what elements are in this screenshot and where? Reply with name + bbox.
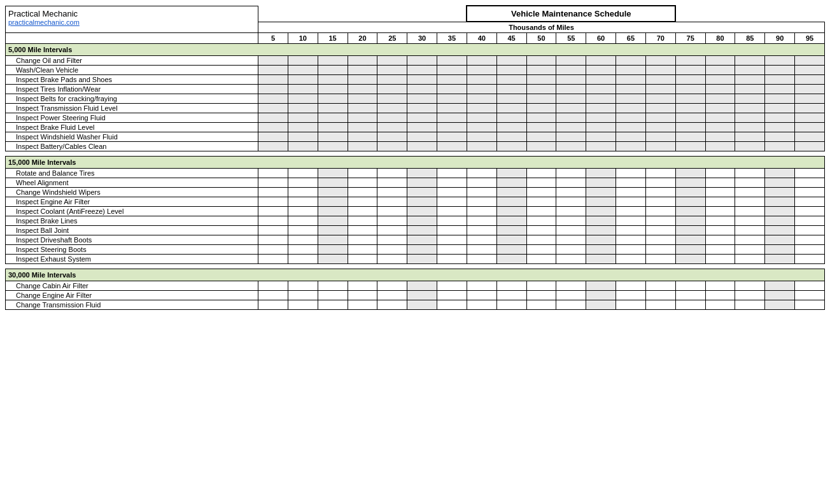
cell-5k-8-10 <box>288 132 318 142</box>
cell-15k-8-50 <box>526 245 556 255</box>
cell-15k-4-35 <box>437 207 467 216</box>
cell-5k-5-65 <box>616 104 646 113</box>
cell-5k-5-25 <box>377 104 407 113</box>
cell-5k-9-20 <box>348 142 377 151</box>
cell-5k-8-40 <box>467 132 496 142</box>
cell-15k-0-85 <box>735 169 765 178</box>
cell-5k-9-65 <box>616 142 646 151</box>
cell-5k-4-50 <box>526 94 556 104</box>
cell-15k-5-90 <box>765 216 795 226</box>
cell-15k-8-90 <box>765 245 795 255</box>
cell-15k-3-90 <box>765 197 795 207</box>
cell-5k-4-15 <box>318 94 348 104</box>
cell-15k-3-95 <box>795 197 825 207</box>
cell-5k-6-10 <box>288 113 318 123</box>
cell-15k-4-50 <box>526 207 556 216</box>
cell-15k-6-55 <box>556 226 586 235</box>
cell-30k-2-45 <box>496 300 526 310</box>
cell-15k-5-20 <box>348 216 377 226</box>
cell-5k-0-80 <box>705 56 735 66</box>
cell-30k-1-55 <box>556 291 586 300</box>
mile-header-80: 80 <box>705 33 735 44</box>
mile-header-90: 90 <box>765 33 795 44</box>
cell-15k-8-45 <box>496 245 526 255</box>
task-label-5k-3: Inspect Tires Inflation/Wear <box>6 85 258 94</box>
cell-5k-5-35 <box>437 104 467 113</box>
cell-15k-0-70 <box>645 169 675 178</box>
cell-30k-1-30 <box>407 291 437 300</box>
cell-30k-2-85 <box>735 300 765 310</box>
cell-30k-2-10 <box>288 300 318 310</box>
cell-5k-2-30 <box>407 75 437 85</box>
cell-30k-2-75 <box>675 300 705 310</box>
mile-header-60: 60 <box>586 33 616 44</box>
cell-5k-9-35 <box>437 142 467 151</box>
task-label-5k-8: Inspect Windshield Washer Fluid <box>6 132 258 142</box>
cell-5k-8-30 <box>407 132 437 142</box>
cell-15k-6-25 <box>377 226 407 235</box>
cell-15k-3-5 <box>258 197 288 207</box>
cell-15k-9-10 <box>288 255 318 264</box>
cell-5k-8-75 <box>675 132 705 142</box>
cell-5k-4-25 <box>377 94 407 104</box>
cell-5k-5-40 <box>467 104 496 113</box>
cell-30k-0-45 <box>496 281 526 291</box>
cell-15k-2-50 <box>526 188 556 197</box>
cell-5k-5-30 <box>407 104 437 113</box>
cell-15k-0-5 <box>258 169 288 178</box>
cell-5k-8-95 <box>795 132 825 142</box>
cell-30k-0-75 <box>675 281 705 291</box>
cell-5k-0-95 <box>795 56 825 66</box>
cell-30k-1-40 <box>467 291 496 300</box>
cell-15k-1-65 <box>616 178 646 188</box>
cell-5k-9-85 <box>735 142 765 151</box>
cell-15k-4-10 <box>288 207 318 216</box>
cell-15k-8-5 <box>258 245 288 255</box>
company-url[interactable]: practicalmechanic.com <box>8 18 255 26</box>
cell-5k-2-75 <box>675 75 705 85</box>
cell-15k-5-30 <box>407 216 437 226</box>
cell-15k-7-95 <box>795 235 825 245</box>
cell-5k-1-90 <box>765 66 795 75</box>
cell-5k-4-30 <box>407 94 437 104</box>
cell-15k-3-75 <box>675 197 705 207</box>
cell-5k-1-60 <box>586 66 616 75</box>
cell-15k-1-30 <box>407 178 437 188</box>
cell-5k-0-15 <box>318 56 348 66</box>
cell-5k-7-60 <box>586 123 616 132</box>
cell-5k-2-80 <box>705 75 735 85</box>
cell-5k-2-25 <box>377 75 407 85</box>
cell-5k-8-80 <box>705 132 735 142</box>
cell-15k-8-20 <box>348 245 377 255</box>
cell-15k-5-80 <box>705 216 735 226</box>
mile-header-5: 5 <box>258 33 288 44</box>
cell-5k-3-60 <box>586 85 616 94</box>
cell-15k-2-15 <box>318 188 348 197</box>
cell-15k-1-70 <box>645 178 675 188</box>
cell-5k-3-45 <box>496 85 526 94</box>
cell-15k-6-35 <box>437 226 467 235</box>
cell-15k-7-40 <box>467 235 496 245</box>
cell-15k-7-35 <box>437 235 467 245</box>
cell-5k-0-85 <box>735 56 765 66</box>
cell-15k-7-55 <box>556 235 586 245</box>
cell-5k-8-20 <box>348 132 377 142</box>
cell-15k-8-25 <box>377 245 407 255</box>
cell-5k-1-30 <box>407 66 437 75</box>
cell-15k-9-85 <box>735 255 765 264</box>
cell-5k-3-75 <box>675 85 705 94</box>
cell-15k-7-80 <box>705 235 735 245</box>
cell-15k-7-45 <box>496 235 526 245</box>
cell-30k-1-35 <box>437 291 467 300</box>
cell-15k-9-45 <box>496 255 526 264</box>
cell-15k-6-95 <box>795 226 825 235</box>
cell-5k-9-70 <box>645 142 675 151</box>
cell-15k-8-95 <box>795 245 825 255</box>
cell-15k-1-35 <box>437 178 467 188</box>
cell-30k-1-80 <box>705 291 735 300</box>
cell-15k-1-80 <box>705 178 735 188</box>
task-label-15k-4: Inspect Coolant (AntiFreeze) Level <box>6 207 258 216</box>
cell-15k-3-55 <box>556 197 586 207</box>
cell-5k-9-50 <box>526 142 556 151</box>
task-label-30k-1: Change Engine Air Filter <box>6 291 258 300</box>
